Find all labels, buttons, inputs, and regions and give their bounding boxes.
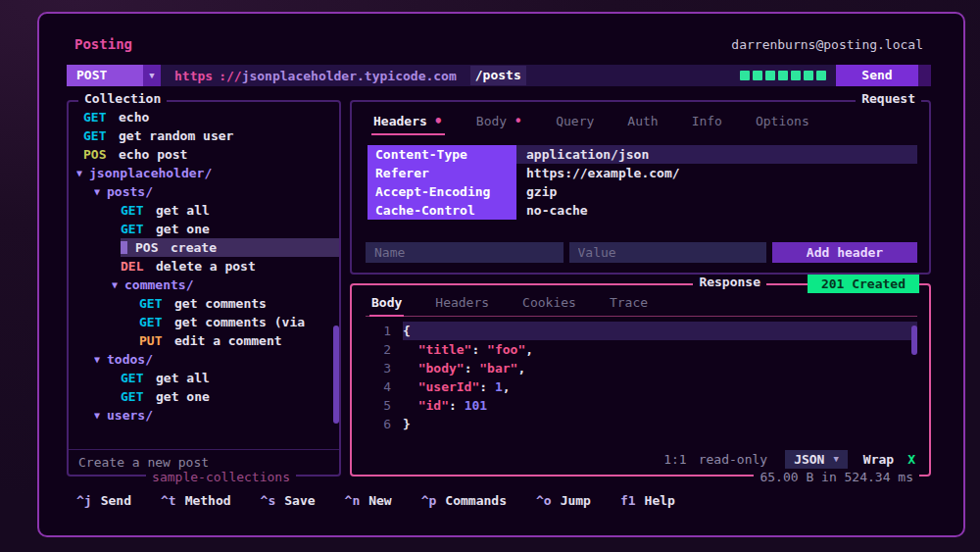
send-button[interactable]: Send — [836, 65, 918, 86]
header-value: gzip — [516, 182, 917, 201]
tree-folder-jsonplaceholder[interactable]: ▼jsonplaceholder/ — [69, 164, 339, 182]
header-name: Cache-Control — [368, 201, 516, 220]
line-content: "title": "foo", — [403, 340, 917, 359]
request-label: delete a post — [156, 259, 256, 274]
tree-request-echo-post[interactable]: POSecho post — [69, 145, 339, 164]
tab-label: Query — [556, 114, 594, 128]
line-number: 6 — [366, 415, 391, 433]
request-label: edit a comment — [174, 333, 282, 348]
request-tab-query[interactable]: Query — [554, 112, 596, 133]
tree-request-get-one[interactable]: GETget one — [69, 220, 339, 238]
url-path: /posts — [470, 66, 526, 85]
tree-request-get-comments-via[interactable]: GETget comments (via — [69, 313, 339, 331]
tab-label: Headers — [373, 114, 427, 128]
send-menu-button[interactable] — [918, 65, 931, 86]
request-tab-body[interactable]: Body• — [474, 112, 524, 133]
headers-table: Content-Typeapplication/jsonRefererhttps… — [368, 145, 917, 220]
request-tab-options[interactable]: Options — [754, 112, 811, 133]
trace-indicator — [730, 65, 836, 86]
line-number: 3 — [366, 359, 391, 377]
folder-label: todos/ — [107, 352, 153, 367]
tree-folder-todos[interactable]: ▼todos/ — [69, 350, 339, 369]
format-select[interactable]: JSON ▼ — [785, 450, 848, 469]
header-row-referer[interactable]: Refererhttps://example.com/ — [368, 164, 917, 182]
tree-folder-posts[interactable]: ▼posts/ — [69, 182, 339, 201]
tree-cursor — [121, 241, 127, 254]
tab-label: Body — [371, 295, 402, 310]
tree-request-delete-a-post[interactable]: DELdelete a post — [69, 257, 339, 276]
header-name: Accept-Encoding — [368, 182, 516, 201]
collection-scrollbar[interactable] — [333, 326, 339, 424]
action-label: Method — [185, 493, 231, 508]
collection-tree[interactable]: GETechoGETget random userPOSecho post▼js… — [69, 102, 339, 449]
trace-block — [791, 71, 801, 80]
app-title: Posting — [74, 36, 132, 52]
response-body-code: 1{2 "title": "foo",3 "body": "bar",4 "us… — [366, 322, 917, 433]
modified-dot-icon: • — [514, 118, 522, 125]
header-name: Content-Type — [368, 145, 516, 164]
trace-block — [765, 71, 775, 80]
header-value-input[interactable] — [569, 242, 767, 263]
action-label: Commands — [445, 493, 507, 508]
tree-folder-comments[interactable]: ▼comments/ — [69, 276, 339, 294]
tree-request-edit-a-comment[interactable]: PUTedit a comment — [69, 331, 339, 350]
keybinding-new[interactable]: ^nNew — [345, 493, 392, 508]
key-label: ^s — [261, 493, 276, 508]
wrap-toggle-label[interactable]: Wrap — [863, 452, 894, 467]
url-scheme: https — [174, 69, 213, 83]
request-label: get comments (via — [174, 315, 305, 329]
response-tab-body[interactable]: Body — [369, 293, 404, 317]
code-line: 6} — [366, 415, 917, 433]
header-row-cache-control[interactable]: Cache-Controlno-cache — [368, 201, 917, 220]
tab-label: Body — [476, 114, 507, 128]
response-panel-title: Response — [693, 275, 766, 290]
url-separator: :// — [219, 69, 241, 83]
keybinding-save[interactable]: ^sSave — [261, 493, 316, 508]
method-select[interactable]: POST ▼ — [67, 65, 161, 86]
tree-request-get-random-user[interactable]: GETget random user — [69, 126, 339, 145]
response-body-editor[interactable]: 1{2 "title": "foo",3 "body": "bar",4 "us… — [366, 322, 917, 449]
url-input[interactable]: https://jsonplaceholder.typicode.com /po… — [161, 65, 730, 86]
tab-label: Options — [756, 114, 809, 128]
response-scrollbar[interactable] — [911, 326, 917, 355]
action-label: Jump — [561, 493, 591, 508]
header-row-accept-encoding[interactable]: Accept-Encodinggzip — [368, 182, 917, 201]
trace-block — [740, 71, 750, 80]
response-tab-headers[interactable]: Headers — [433, 293, 491, 315]
header-row-content-type[interactable]: Content-Typeapplication/json — [368, 145, 917, 164]
tree-request-get-all[interactable]: GETget all — [69, 201, 339, 220]
key-label: ^j — [76, 493, 92, 508]
method-badge: GET — [83, 128, 110, 143]
key-label: f1 — [620, 493, 636, 508]
add-header-button[interactable]: Add header — [772, 242, 917, 263]
tree-request-get-comments[interactable]: GETget comments — [69, 294, 339, 313]
line-content: { — [403, 322, 917, 340]
tree-folder-users[interactable]: ▼users/ — [69, 406, 339, 425]
request-tab-info[interactable]: Info — [690, 112, 724, 133]
request-label: get one — [156, 222, 210, 236]
tree-request-create[interactable]: POScreate — [69, 238, 339, 257]
tree-request-echo[interactable]: GETecho — [69, 108, 339, 126]
collection-panel: Collection GETechoGETget random userPOSe… — [67, 100, 341, 477]
keybinding-help[interactable]: f1Help — [620, 493, 675, 508]
response-tab-cookies[interactable]: Cookies — [520, 293, 578, 315]
header-name: Referer — [368, 164, 516, 182]
collection-name: sample-collections — [146, 470, 296, 485]
request-tab-auth[interactable]: Auth — [625, 112, 660, 133]
wrap-checkbox[interactable]: X — [907, 452, 917, 467]
keybinding-method[interactable]: ^tMethod — [161, 493, 231, 508]
chevron-down-icon: ▼ — [94, 354, 100, 365]
line-content: "userId": 1, — [403, 377, 917, 396]
readonly-label: read-only — [699, 452, 767, 467]
request-label: get one — [156, 389, 210, 404]
keybinding-jump[interactable]: ^oJump — [536, 493, 591, 508]
line-number: 4 — [366, 377, 391, 396]
tree-request-get-all[interactable]: GETget all — [69, 369, 339, 387]
tree-request-get-one[interactable]: GETget one — [69, 387, 339, 406]
response-tab-trace[interactable]: Trace — [608, 293, 650, 315]
keybinding-commands[interactable]: ^pCommands — [421, 493, 507, 508]
keybinding-send[interactable]: ^jSend — [76, 493, 131, 508]
line-number: 2 — [366, 340, 391, 359]
header-name-input[interactable] — [366, 242, 564, 263]
request-tab-headers[interactable]: Headers• — [371, 112, 445, 135]
